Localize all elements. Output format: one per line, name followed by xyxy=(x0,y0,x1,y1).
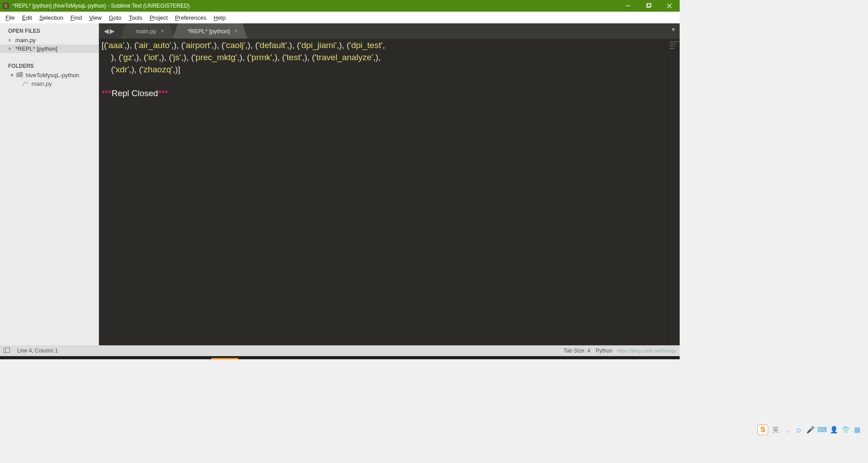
editor-content[interactable]: [('aaa',), ('air_auto',), ('airport',), … xyxy=(99,39,671,345)
status-syntax[interactable]: Python xyxy=(593,348,615,354)
maximize-button[interactable] xyxy=(638,0,659,12)
tabbar: ◀ ▶ main.py × *REPL* [python] × ▼ xyxy=(99,23,680,39)
window-title: *REPL* [python] (hiveToMysqL-python) - S… xyxy=(13,3,618,9)
nav-prev-icon[interactable]: ◀ xyxy=(104,27,109,35)
taskbar-active-indicator xyxy=(211,358,238,359)
taskbar-sliver xyxy=(0,356,680,359)
menu-goto[interactable]: Goto xyxy=(105,13,125,22)
open-files-header: OPEN FILES xyxy=(0,23,99,36)
folder-icon xyxy=(16,72,23,79)
open-file-repl[interactable]: × *REPL* [python] xyxy=(0,44,99,53)
ime-mic-icon[interactable]: 🎤 xyxy=(806,425,815,434)
open-file-label: main.py xyxy=(15,37,36,44)
menu-project[interactable]: Project xyxy=(146,13,171,22)
tab-overflow-icon[interactable]: ▼ xyxy=(671,26,676,33)
close-button[interactable] xyxy=(659,0,680,12)
menu-file[interactable]: File xyxy=(2,13,18,22)
titlebar: S *REPL* [python] (hiveToMysqL-python) -… xyxy=(0,0,680,12)
svg-text:S: S xyxy=(4,3,7,9)
folders-header: FOLDERS xyxy=(0,58,99,71)
sogou-ime-icon[interactable]: S xyxy=(757,424,768,435)
menubar: File Edit Selection Find View Goto Tools… xyxy=(0,12,680,23)
statusbar: Line 4, Column 1 Tab Size: 4 Python http… xyxy=(0,345,680,356)
open-file-main[interactable]: × main.py xyxy=(0,36,99,44)
close-icon[interactable]: × xyxy=(234,27,238,35)
menu-edit[interactable]: Edit xyxy=(18,13,36,22)
panel-switcher-icon[interactable] xyxy=(4,348,10,354)
menu-selection[interactable]: Selection xyxy=(36,13,67,22)
ime-lang-icon[interactable]: 英 xyxy=(771,425,780,434)
disclosure-triangle-icon[interactable]: ▼ xyxy=(10,73,15,78)
minimize-button[interactable] xyxy=(618,0,638,12)
ime-smiley-icon[interactable]: ☺ xyxy=(794,425,803,434)
minimap-marks: ▬▬▬▬ ▬▬▬ ▬▬ ▬▬ xyxy=(670,40,679,49)
menu-tools[interactable]: Tools xyxy=(125,13,146,22)
sidebar: OPEN FILES × main.py × *REPL* [python] F… xyxy=(0,23,99,345)
tab-label: *REPL* [python] xyxy=(188,28,230,35)
ime-keyboard-icon[interactable]: ⌨ xyxy=(818,425,827,434)
file-glyph: /* xyxy=(22,81,30,87)
window-controls xyxy=(618,0,680,12)
minimap[interactable]: ▬▬▬▬ ▬▬▬ ▬▬ ▬▬ xyxy=(671,39,680,345)
ime-toolbox-icon[interactable]: ▦ xyxy=(853,425,862,434)
close-icon[interactable]: × xyxy=(8,37,14,44)
editor-column: ◀ ▶ main.py × *REPL* [python] × ▼ [('aaa… xyxy=(99,23,680,345)
ime-tray: S 英 ， ☺ 🎤 ⌨ 👤 👕 ▦ xyxy=(756,423,864,436)
file-label: main.py xyxy=(31,80,52,87)
ime-skin-icon[interactable]: 👕 xyxy=(841,425,850,434)
tab-repl[interactable]: *REPL* [python] × xyxy=(178,23,243,39)
tab-main[interactable]: main.py × xyxy=(126,23,169,39)
watermark-text: https://blog.csdn.net/lorogy xyxy=(617,348,676,353)
folder-root[interactable]: ▼ hiveToMysqL-python xyxy=(0,71,99,79)
app-icon: S xyxy=(1,1,11,11)
status-tabsize[interactable]: Tab Size: 4 xyxy=(561,348,593,354)
open-file-label: *REPL* [python] xyxy=(15,45,58,52)
tab-label: main.py xyxy=(136,28,156,35)
folder-label: hiveToMysqL-python xyxy=(26,72,79,79)
menu-find[interactable]: Find xyxy=(67,13,85,22)
folder-file-main[interactable]: /* main.py xyxy=(0,79,99,88)
ime-punct-icon[interactable]: ， xyxy=(783,425,792,434)
ime-person-icon[interactable]: 👤 xyxy=(829,425,838,434)
close-icon[interactable]: × xyxy=(8,46,14,52)
tab-nav-arrows[interactable]: ◀ ▶ xyxy=(99,23,120,39)
menu-preferences[interactable]: Preferences xyxy=(171,13,210,22)
menu-help[interactable]: Help xyxy=(210,13,229,22)
close-icon[interactable]: × xyxy=(160,27,164,35)
status-cursor[interactable]: Line 4, Column 1 xyxy=(14,348,61,354)
editor-wrap: [('aaa',), ('air_auto',), ('airport',), … xyxy=(99,39,680,345)
app-window: S *REPL* [python] (hiveToMysqL-python) -… xyxy=(0,0,680,359)
menu-view[interactable]: View xyxy=(85,13,105,22)
body: OPEN FILES × main.py × *REPL* [python] F… xyxy=(0,23,680,345)
svg-rect-7 xyxy=(4,348,10,353)
nav-next-icon[interactable]: ▶ xyxy=(110,27,115,35)
